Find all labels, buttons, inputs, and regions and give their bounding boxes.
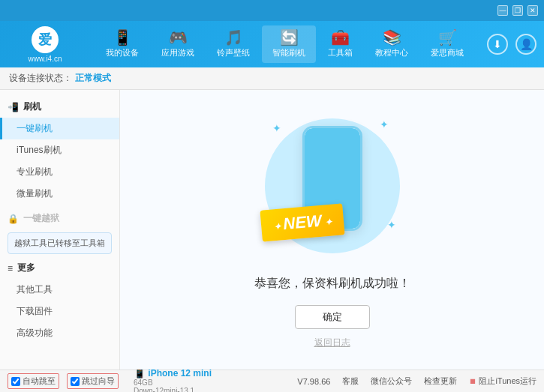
shop-icon: 🛒: [438, 30, 457, 45]
my-device-icon: 📱: [113, 30, 132, 45]
sparkle-icon-3: ✦: [387, 219, 396, 231]
download-button[interactable]: ⬇: [487, 34, 508, 55]
flash-section-label: 刷机: [23, 100, 41, 113]
tutorial-label: 教程中心: [375, 47, 408, 58]
back-link[interactable]: 返回日志: [314, 337, 350, 349]
sidebar-item-pro-flash[interactable]: 专业刷机: [0, 161, 119, 183]
skip-wizard-checkbox[interactable]: 跳过向导: [67, 373, 119, 389]
jailbreak-notice: 越狱工具已转移至工具箱: [8, 232, 112, 254]
sidebar-header-jailbreak: 🔒 一键越狱: [0, 208, 119, 229]
phone-illustration: ✦ ✦ ✦ NEW: [257, 111, 407, 261]
itunes-label: 阻止iTunes运行: [479, 376, 536, 387]
sidebar-section-jailbreak: 🔒 一键越狱 越狱工具已转移至工具箱: [0, 208, 119, 254]
check-update-button[interactable]: 检查更新: [424, 376, 457, 387]
title-bar: — ❐ ✕: [0, 0, 544, 21]
nav-item-apps-games[interactable]: 🎮 应用游戏: [151, 25, 205, 63]
restore-button[interactable]: ❐: [512, 5, 523, 16]
nav-item-toolbox[interactable]: 🧰 工具箱: [317, 25, 363, 63]
header: 爱 www.i4.cn 📱 我的设备 🎮 应用游戏 🎵 铃声壁纸 🔄 智能刷机 …: [0, 21, 544, 67]
sidebar-header-flash: 📲 刷机: [0, 96, 119, 118]
jailbreak-section-label: 一键越狱: [23, 212, 59, 225]
ringtone-wallpaper-label: 铃声壁纸: [217, 47, 250, 58]
nav-item-shop[interactable]: 🛒 爱思商城: [420, 25, 474, 63]
status-value: 正常模式: [75, 72, 111, 85]
nav-bar: 📱 我的设备 🎮 应用游戏 🎵 铃声壁纸 🔄 智能刷机 🧰 工具箱 📚 教程中心…: [83, 25, 487, 63]
sidebar-item-advanced[interactable]: 高级功能: [0, 322, 119, 344]
nav-right: ⬇ 👤: [487, 34, 536, 55]
nav-item-my-device[interactable]: 📱 我的设备: [95, 25, 149, 63]
main-content: 📲 刷机 一键刷机 iTunes刷机 专业刷机 微量刷机 🔒 一键越狱 越狱工具…: [0, 90, 544, 370]
new-badge: NEW: [260, 203, 344, 241]
device-storage: 64GB: [134, 379, 212, 387]
support-button[interactable]: 客服: [342, 376, 359, 387]
status-label: 设备连接状态：: [9, 72, 72, 85]
itunes-running: ⏹ 阻止iTunes运行: [469, 376, 536, 387]
nav-item-tutorial[interactable]: 📚 教程中心: [365, 25, 419, 63]
smart-flash-icon: 🔄: [280, 30, 299, 45]
sidebar: 📲 刷机 一键刷机 iTunes刷机 专业刷机 微量刷机 🔒 一键越狱 越狱工具…: [0, 90, 120, 370]
toolbox-icon: 🧰: [331, 30, 350, 45]
flash-section-icon: 📲: [8, 102, 19, 112]
status-bar: 设备连接状态： 正常模式: [0, 67, 544, 90]
nav-item-smart-flash[interactable]: 🔄 智能刷机: [262, 25, 316, 63]
sidebar-item-itunes-flash[interactable]: iTunes刷机: [0, 139, 119, 161]
content-area: ✦ ✦ ✦ NEW 恭喜您，保资料刷机成功啦！ 确定 返回日志: [120, 90, 544, 370]
my-device-label: 我的设备: [106, 47, 139, 58]
confirm-button[interactable]: 确定: [295, 305, 370, 329]
ringtone-wallpaper-icon: 🎵: [224, 30, 243, 45]
sparkle-icon-2: ✦: [380, 118, 389, 130]
tutorial-icon: 📚: [383, 30, 401, 45]
logo-icon: 爱: [32, 26, 59, 53]
version-label: V7.98.66: [297, 377, 330, 386]
user-button[interactable]: 👤: [515, 34, 536, 55]
stop-icon[interactable]: ⏹: [469, 377, 476, 385]
shop-label: 爱思商城: [431, 47, 464, 58]
more-section-icon: ≡: [8, 263, 13, 274]
logo-area: 爱 www.i4.cn: [8, 26, 83, 63]
nav-item-ringtone-wallpaper[interactable]: 🎵 铃声壁纸: [206, 25, 260, 63]
apps-games-label: 应用游戏: [161, 47, 194, 58]
wechat-button[interactable]: 微信公众号: [371, 376, 412, 387]
bottom-bar: 自动跳至 跳过向导 📱 iPhone 12 mini 64GB Down-12m…: [0, 370, 544, 392]
lock-icon: 🔒: [8, 214, 19, 224]
device-info: 📱 iPhone 12 mini 64GB Down-12mini-13,1: [134, 367, 212, 392]
close-button[interactable]: ✕: [527, 5, 538, 16]
sidebar-item-other-tools[interactable]: 其他工具: [0, 279, 119, 301]
bottom-left: 自动跳至 跳过向导 📱 iPhone 12 mini 64GB Down-12m…: [8, 367, 297, 392]
logo-subtext: www.i4.cn: [28, 55, 62, 63]
auto-jump-label: 自动跳至: [23, 376, 56, 387]
more-section-label: 更多: [17, 262, 35, 274]
smart-flash-label: 智能刷机: [272, 47, 305, 58]
sidebar-item-micro-flash[interactable]: 微量刷机: [0, 183, 119, 205]
toolbox-label: 工具箱: [328, 47, 353, 58]
skip-wizard-input[interactable]: [71, 377, 80, 386]
apps-games-icon: 🎮: [169, 30, 188, 45]
success-message: 恭喜您，保资料刷机成功啦！: [254, 276, 410, 292]
skip-wizard-label: 跳过向导: [82, 376, 115, 387]
sparkle-icon-1: ✦: [272, 122, 281, 134]
sidebar-section-more: ≡ 更多 其他工具 下载固件 高级功能: [0, 257, 119, 344]
device-model: Down-12mini-13,1: [134, 387, 212, 392]
sidebar-header-more: ≡ 更多: [0, 257, 119, 279]
sidebar-item-download-firmware[interactable]: 下载固件: [0, 301, 119, 322]
auto-jump-checkbox[interactable]: 自动跳至: [8, 373, 59, 389]
minimize-button[interactable]: —: [497, 5, 508, 16]
auto-jump-input[interactable]: [11, 377, 20, 386]
sidebar-section-flash: 📲 刷机 一键刷机 iTunes刷机 专业刷机 微量刷机: [0, 96, 119, 205]
sidebar-item-one-click-flash[interactable]: 一键刷机: [0, 118, 119, 139]
bottom-right: V7.98.66 客服 微信公众号 检查更新 ⏹ 阻止iTunes运行: [297, 376, 536, 387]
